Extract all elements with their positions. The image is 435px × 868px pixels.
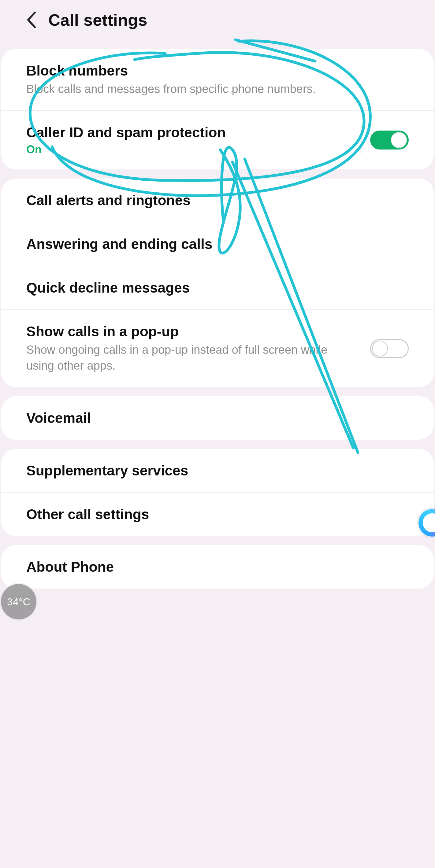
row-quick-decline[interactable]: Quick decline messages [1, 266, 434, 309]
row-call-alerts[interactable]: Call alerts and ringtones [1, 179, 434, 222]
row-answering[interactable]: Answering and ending calls [1, 222, 434, 266]
settings-card-2: Call alerts and ringtones Answering and … [1, 179, 434, 387]
settings-card-1: Block numbers Block calls and messages f… [1, 49, 434, 169]
popup-title: Show calls in a pop-up [26, 323, 358, 340]
voicemail-title: Voicemail [26, 410, 409, 426]
caller-id-toggle[interactable] [370, 130, 409, 150]
page-title: Call settings [48, 10, 147, 29]
row-supplementary[interactable]: Supplementary services [1, 449, 434, 492]
temperature-badge[interactable]: 34°C [1, 584, 36, 619]
row-block-numbers[interactable]: Block numbers Block calls and messages f… [1, 49, 434, 111]
back-icon[interactable] [26, 11, 38, 28]
settings-card-3: Voicemail [1, 396, 434, 440]
row-caller-id[interactable]: Caller ID and spam protection On [1, 111, 434, 169]
settings-card-5: About Phone [1, 545, 434, 589]
about-phone-title: About Phone [26, 559, 409, 575]
settings-card-4: Supplementary services Other call settin… [1, 449, 434, 536]
popup-toggle[interactable] [370, 339, 409, 358]
row-about-phone[interactable]: About Phone [1, 545, 434, 589]
caller-id-toggle-wrap [361, 126, 409, 154]
quick-decline-title: Quick decline messages [26, 279, 409, 296]
caller-id-title: Caller ID and spam protection [26, 124, 349, 141]
call-alerts-title: Call alerts and ringtones [26, 192, 409, 209]
popup-subtitle: Show ongoing calls in a pop-up instead o… [26, 342, 335, 374]
caller-id-status: On [26, 143, 349, 156]
other-settings-title: Other call settings [26, 506, 409, 523]
block-numbers-subtitle: Block calls and messages from specific p… [26, 81, 335, 97]
answering-title: Answering and ending calls [26, 236, 409, 252]
header-bar: Call settings [0, 0, 435, 40]
supplementary-title: Supplementary services [26, 462, 409, 479]
row-popup[interactable]: Show calls in a pop-up Show ongoing call… [1, 309, 434, 387]
block-numbers-title: Block numbers [26, 62, 409, 79]
row-voicemail[interactable]: Voicemail [1, 396, 434, 440]
row-other-settings[interactable]: Other call settings [1, 492, 434, 536]
